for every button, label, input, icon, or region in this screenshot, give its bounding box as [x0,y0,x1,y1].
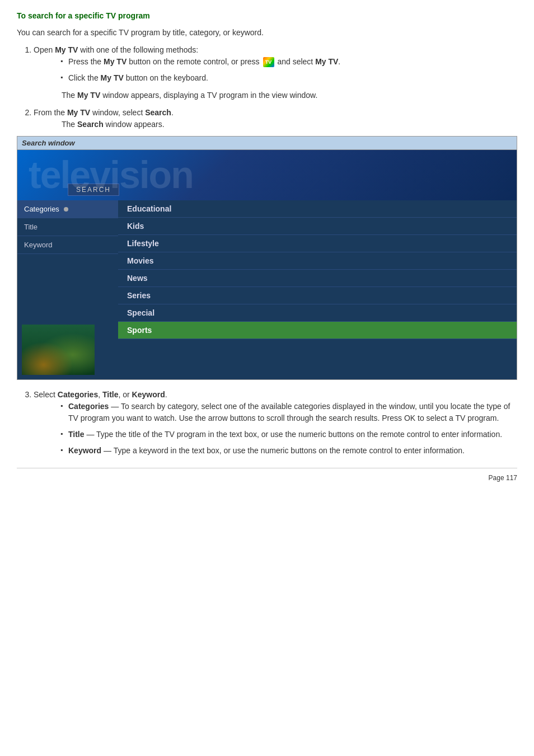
search-right-panel: Educational Kids Lifestyle Movies News S… [118,200,517,379]
page-footer: Page 117 [17,468,517,482]
step-3: Select Categories, Title, or Keyword. Ca… [34,389,517,457]
search-label: SEARCH [68,184,119,196]
category-news[interactable]: News [118,270,517,287]
preview-thumbnail [22,325,95,375]
intro-paragraph: You can search for a specific TV program… [17,27,517,39]
category-series[interactable]: Series [118,287,517,304]
category-special[interactable]: Special [118,304,517,322]
search-window: television SEARCH Categories Title Keywo… [17,149,517,380]
nav-title-label: Title [24,223,38,231]
category-educational[interactable]: Educational [118,200,517,218]
bullet-3-2: Title — Type the title of the TV program… [62,429,517,440]
step-1-bullets: Press the My TV button on the remote con… [62,56,517,84]
nav-categories[interactable]: Categories [17,200,118,218]
active-dot-icon [64,207,68,212]
category-sports[interactable]: Sports [118,322,517,339]
my-tv-icon: TV [263,57,274,67]
nav-keyword[interactable]: Keyword [17,236,118,254]
page-title: To search for a specific TV program [17,11,517,20]
thumbnail-image [22,325,95,375]
nav-title[interactable]: Title [17,218,118,236]
search-header: television SEARCH [17,150,517,200]
step-1-indent: The My TV window appears, displaying a T… [62,90,517,101]
steps-list: Open My TV with one of the following met… [34,44,517,130]
bullet-1-2: Click the My TV button on the keyboard. [62,72,517,84]
thumbnail-area [17,254,118,379]
bullet-3-1: Categories — To search by category, sele… [62,401,517,424]
search-window-label: Search window [17,136,517,149]
step-2-indent: The Search window appears. [62,119,517,130]
page-number: Page 117 [489,474,517,482]
step-3-bullets: Categories — To search by category, sele… [62,401,517,457]
nav-keyword-label: Keyword [24,241,53,249]
category-kids[interactable]: Kids [118,218,517,235]
step-3-list: Select Categories, Title, or Keyword. Ca… [34,389,517,457]
bullet-1-1: Press the My TV button on the remote con… [62,56,517,68]
category-movies[interactable]: Movies [118,252,517,270]
category-lifestyle[interactable]: Lifestyle [118,235,517,252]
nav-categories-label: Categories [24,205,59,213]
search-body: Categories Title Keyword Educational Kid… [17,200,517,379]
search-left-panel: Categories Title Keyword [17,200,118,379]
bullet-3-3: Keyword — Type a keyword in the text box… [62,445,517,457]
step-1: Open My TV with one of the following met… [34,44,517,101]
step-2: From the My TV window, select Search. Th… [34,107,517,130]
